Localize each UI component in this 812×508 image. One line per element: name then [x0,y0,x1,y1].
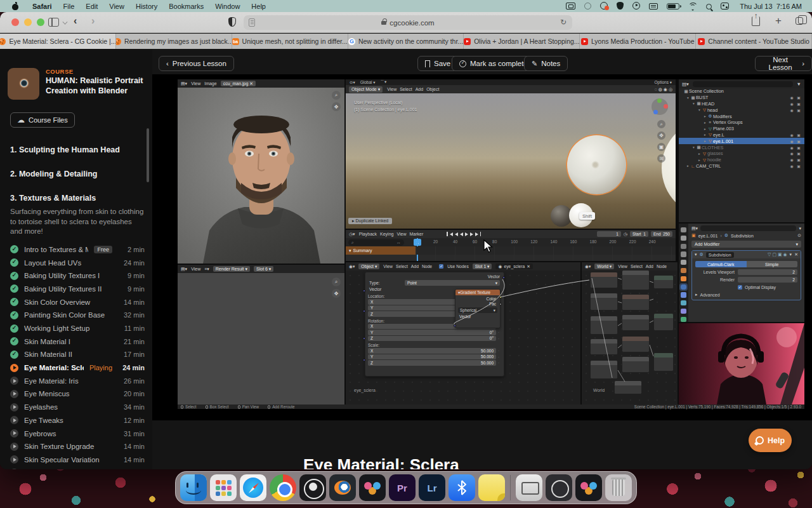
pan-icon[interactable]: ✥ [332,289,341,298]
pan-icon[interactable]: ✥ [657,131,665,140]
editor-menu[interactable]: View [618,264,627,269]
section-title[interactable]: 2. Modeling & Detailing [10,170,145,178]
editor-menu[interactable]: Marker [409,232,423,236]
world-node[interactable] [653,313,674,331]
visibility-icons[interactable]: ◉ ▣ [790,145,802,150]
refresh-icon[interactable]: ↻ [560,18,566,27]
visibility-icons[interactable]: ◉ ▣ [790,139,802,144]
next-lesson-button[interactable]: Next Lesson › [755,56,812,71]
slot-dropdown[interactable]: Slot 1 ▾ [473,264,492,269]
mapping-value-field[interactable]: Z0° [368,336,496,342]
address-bar[interactable]: cgcookie.com ↻ [244,15,572,30]
transform-pivot-icon[interactable]: ⊙▾ [350,80,355,85]
launchpad-icon[interactable] [210,474,237,501]
end-frame-field[interactable]: End 250 [651,231,672,237]
menu-item-history[interactable]: History [130,3,163,10]
outliner-row-plane-003[interactable]: ▸▽Plane.003 [679,126,804,132]
lesson-item[interactable]: Eyelashes 34 min [10,401,145,414]
spotlight-icon[interactable] [706,4,712,10]
world-node[interactable] [622,356,650,373]
course-section[interactable]: 1. Sculpting the Human Head [10,145,145,154]
outliner-row-eye-l-001[interactable]: ▸▽eye.L.001 ◉ ▣ [679,138,804,144]
previous-lesson-button[interactable]: ‹ Previous Lesson [159,56,234,71]
outliner-row-vertex groups[interactable]: ▸≡Vertex Groups [679,119,804,126]
pan-icon[interactable]: ✥ [332,102,341,111]
world-type-dropdown[interactable]: World ▾ [594,264,614,269]
notes-button[interactable]: ✎ Notes [524,56,568,71]
lesson-item[interactable]: Skin Material I 21 min [10,335,145,348]
lesson-item[interactable]: Baking Utility Textures I 9 min [10,269,145,283]
lesson-item[interactable]: Micro Skin Details 21 min [10,466,145,469]
screen-record-icon[interactable] [600,2,608,10]
editor-menu[interactable]: Playback [359,232,377,236]
new-tab-icon[interactable]: + [775,15,782,27]
properties-tab-world[interactable] [681,268,686,273]
browser-tab[interactable]: baUnique mesh, not splitting in differ..… [232,34,348,49]
reader-icon[interactable] [249,18,255,27]
axis-y-icon[interactable] [657,98,662,103]
axis-z-icon[interactable] [653,110,658,114]
modifier-display-toggles[interactable]: ▽ ▢ ▣ ◉ [768,252,787,257]
trash-icon[interactable] [605,474,632,501]
editor-menu[interactable]: Add [411,264,419,269]
lesson-video[interactable]: ▤▾ View Image ccu_man.jpg ✕ [152,74,812,420]
lesson-item[interactable]: Eye Material: Iris 26 min [10,374,145,387]
properties-tab-scene[interactable] [681,260,686,265]
snap-magnet-icon[interactable]: ⌒▾ [381,79,387,85]
timeline-search[interactable]: ⌕↔ [348,239,404,246]
operator-status-pill[interactable]: ▸ Duplicate Linked [348,218,392,224]
browser-tab[interactable]: Lyons Media Production - YouTube [580,34,696,49]
zoom-icon[interactable]: ⌕ [332,277,341,286]
sidebar-toggle-icon[interactable] [48,18,59,27]
mapping-value-field[interactable]: Z50.000 [368,360,496,366]
visibility-icons[interactable]: ◉ ▣ [790,95,802,100]
simple-tab[interactable]: Simple [747,261,798,267]
world-node[interactable] [622,294,650,311]
tab-overview-icon[interactable] [796,17,803,25]
properties-search[interactable] [700,225,796,231]
outliner-row-glasses[interactable]: ▸▽glasses ◉ ▣ [679,150,804,157]
mark-complete-button[interactable]: Mark as complete [452,56,535,71]
wifi-icon[interactable] [688,3,697,10]
lesson-item[interactable]: Baking Utility Textures II 9 min [10,283,145,296]
properties-tab-physics[interactable] [681,300,686,305]
zoom-window-button[interactable] [37,18,44,26]
editor-type-icon[interactable]: ◉▾ [585,264,591,269]
vpn-shield-icon[interactable] [617,2,624,10]
browser-tab[interactable]: Channel content - YouTube Studio [696,34,812,49]
editor-menu[interactable]: Object [426,87,439,91]
close-icon[interactable]: ✕ [794,252,798,257]
lesson-item[interactable]: Painting Skin Color Base 32 min [10,309,145,322]
outliner-search[interactable] [693,81,793,87]
gradient-texture-node[interactable]: ▾ Gradient Texture Color Fac Spherical▾ … [455,289,501,328]
pin-icon[interactable]: ⊙ [797,233,801,238]
control-center-icon[interactable] [721,3,729,10]
playback-controls[interactable] [447,232,481,236]
world-node[interactable] [653,352,674,371]
editor-type-icon[interactable]: ◷▾ [349,232,355,237]
menu-item-safari[interactable]: Safari [27,3,58,10]
outliner-row-clothes[interactable]: ▾▦CLOTHES ◉ ▣ [679,144,804,150]
visibility-icons[interactable]: ◉ ▣ [790,151,802,156]
zoom-icon[interactable]: ⌕ [657,120,665,128]
visibility-icons[interactable]: ◉ ▣ [790,133,802,137]
editor-menu[interactable]: Node [422,264,432,269]
davinci-resolve-icon[interactable] [359,474,386,501]
properties-tab-object[interactable] [681,276,686,281]
help-button[interactable]: Help [749,429,792,452]
mapping-type-dropdown[interactable]: Point▾ [405,280,500,286]
catmull-clark-tab[interactable]: Catmull-Clark [695,261,747,267]
editor-menu[interactable]: Keying [380,232,393,236]
sidebar-chevron-icon[interactable] [63,20,68,25]
mapping-value-field[interactable]: X50.000 [368,348,496,354]
outliner-row-head[interactable]: ▾▦HEAD ◉ ▣ [679,101,804,107]
outliner-row-hoodie[interactable]: ▸▽hoodie ◉ ▣ [679,157,804,163]
minimize-window-button[interactable] [24,18,32,26]
lightroom-icon[interactable]: Lr [419,474,445,501]
share-icon[interactable] [752,17,760,26]
orientation-dropdown[interactable]: Global ▾ [360,80,376,85]
apple-icon[interactable] [11,3,19,10]
menu-icon[interactable]: ≡▾ [204,267,209,272]
browser-tab[interactable]: Olivia + Jordan | A Heart Stopping... [464,34,580,49]
section-title[interactable]: 1. Sculpting the Human Head [10,145,145,154]
